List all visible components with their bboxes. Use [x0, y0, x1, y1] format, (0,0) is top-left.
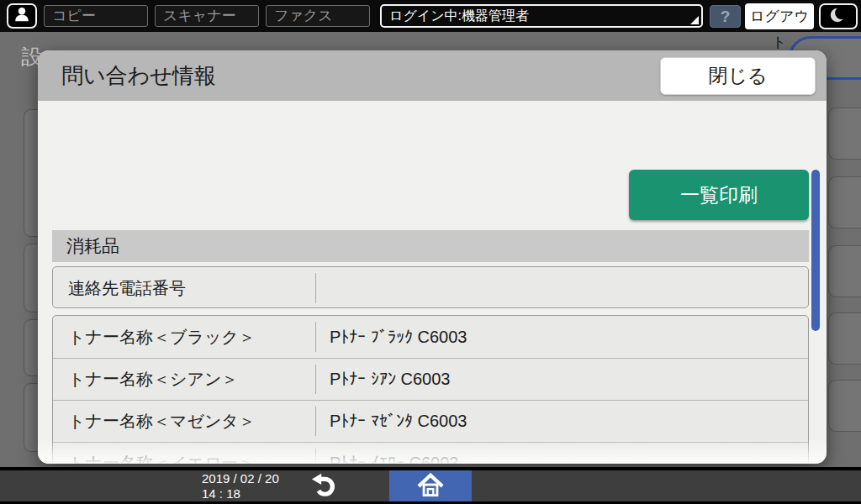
toner-table: トナー名称＜ブラック＞ Pﾄﾅｰ ﾌﾞﾗｯｸ C6003 トナー名称＜シアン＞ … — [52, 315, 809, 464]
toner-cyan-label: トナー名称＜シアン＞ — [53, 359, 315, 400]
time-label: 14 : 18 — [202, 486, 279, 501]
background-list-item — [828, 380, 861, 432]
moon-icon — [828, 5, 848, 29]
print-list-button[interactable]: 一覧印刷 — [629, 170, 809, 220]
home-button[interactable] — [389, 470, 472, 501]
dialog-title: 問い合わせ情報 — [61, 50, 216, 101]
tab-scanner[interactable]: スキャナー — [155, 5, 259, 27]
logout-button[interactable]: ログアウト — [745, 3, 814, 29]
home-icon — [415, 472, 446, 501]
inquiry-info-dialog: 問い合わせ情報 閉じる 一覧印刷 消耗品 連絡先電話番号 トナー名称＜ブラック＞… — [38, 50, 827, 464]
top-bar: コピー スキャナー ファクス ログイン中:機器管理者 ? ログアウト — [0, 0, 861, 32]
background-list-item — [828, 312, 861, 365]
contact-phone-value — [315, 267, 808, 308]
user-account-button[interactable] — [7, 3, 37, 29]
background-list-item — [828, 245, 861, 297]
toner-magenta-label: トナー名称＜マゼンタ＞ — [53, 401, 315, 442]
table-row-toner-black: トナー名称＜ブラック＞ Pﾄﾅｰ ﾌﾞﾗｯｸ C6003 — [53, 316, 808, 358]
toner-yellow-value: Pﾄﾅｰ ｲｴﾛｰ C6003 — [315, 443, 808, 464]
background-list-item — [828, 176, 861, 228]
tab-copy[interactable]: コピー — [44, 5, 148, 27]
section-header-consumables: 消耗品 — [52, 230, 809, 262]
toner-black-value: Pﾄﾅｰ ﾌﾞﾗｯｸ C6003 — [315, 316, 808, 358]
background-list-item — [828, 108, 861, 160]
dropdown-caret-icon — [690, 16, 699, 24]
table-row-toner-yellow: トナー名称＜イエロー＞ Pﾄﾅｰ ｲｴﾛｰ C6003 — [53, 442, 808, 464]
toner-yellow-label: トナー名称＜イエロー＞ — [53, 443, 315, 464]
toner-magenta-value: Pﾄﾅｰ ﾏｾﾞﾝﾀ C6003 — [315, 401, 808, 442]
help-button[interactable]: ? — [710, 5, 741, 28]
back-arrow-icon — [310, 471, 337, 501]
tab-fax[interactable]: ファクス — [266, 5, 370, 27]
back-button[interactable] — [296, 470, 351, 501]
login-status-label: ログイン中:機器管理者 — [389, 8, 529, 23]
date-label: 2019 / 02 / 20 — [202, 471, 279, 486]
dialog-body: 一覧印刷 消耗品 連絡先電話番号 トナー名称＜ブラック＞ Pﾄﾅｰ ﾌﾞﾗｯｸ … — [38, 101, 827, 464]
close-button[interactable]: 閉じる — [660, 57, 816, 95]
contact-phone-label: 連絡先電話番号 — [53, 267, 315, 308]
login-status-dropdown[interactable]: ログイン中:機器管理者 — [380, 4, 703, 28]
date-time-display: 2019 / 02 / 20 14 : 18 — [202, 471, 279, 501]
toner-cyan-value: Pﾄﾅｰ ｼｱﾝ C6003 — [315, 359, 808, 400]
contact-phone-row: 連絡先電話番号 — [52, 266, 809, 308]
bottom-bar: 2019 / 02 / 20 14 : 18 — [0, 470, 861, 501]
user-icon — [13, 5, 31, 27]
toner-black-label: トナー名称＜ブラック＞ — [53, 316, 315, 358]
energy-saver-button[interactable] — [819, 3, 858, 29]
table-row-toner-magenta: トナー名称＜マゼンタ＞ Pﾄﾅｰ ﾏｾﾞﾝﾀ C6003 — [53, 400, 808, 442]
scrollbar-thumb[interactable] — [811, 170, 820, 331]
dialog-title-bar: 問い合わせ情報 閉じる — [38, 50, 827, 101]
table-row-toner-cyan: トナー名称＜シアン＞ Pﾄﾅｰ ｼｱﾝ C6003 — [53, 358, 808, 400]
